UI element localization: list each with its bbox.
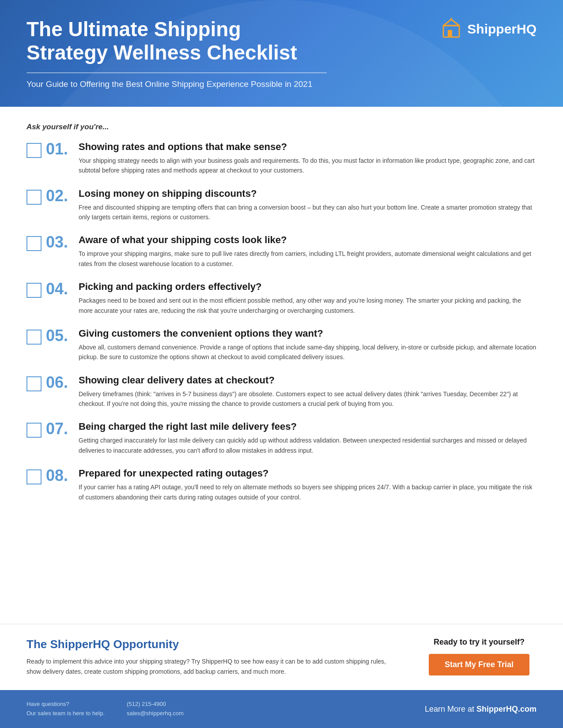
item-content-8: Prepared for unexpected rating outages? … [79, 468, 537, 502]
opportunity-right: Ready to try it yourself? Start My Free … [422, 638, 537, 675]
item-desc-1: Your shipping strategy needs to align wi… [79, 156, 537, 176]
item-content-5: Giving customers the convenient options … [79, 328, 537, 362]
footer-contact: Have questions? Our sales team is here t… [26, 700, 184, 718]
footer: Have questions? Our sales team is here t… [0, 690, 563, 728]
logo-text: ShipperHQ [467, 22, 537, 37]
item-desc-2: Free and discounted shipping are temptin… [79, 203, 537, 222]
item-number-2: 02. [46, 188, 73, 204]
footer-email: sales@shipperhq.com [127, 709, 184, 718]
svg-rect-1 [448, 30, 452, 37]
header: The Ultimate Shipping Strategy Wellness … [0, 0, 563, 107]
ask-label: Ask yourself if you're... [26, 123, 537, 131]
checkbox-6[interactable] [26, 376, 42, 391]
opportunity-desc: Ready to implement this advice into your… [26, 657, 395, 677]
footer-learn-brand: ShipperHQ.com [476, 705, 537, 713]
checklist-item: 04. Picking and packing orders effective… [26, 281, 537, 315]
item-content-6: Showing clear delivery dates at checkout… [79, 375, 537, 409]
item-heading-4: Picking and packing orders effectively? [79, 281, 537, 293]
footer-contact-line2: Our sales team is here to help. [26, 709, 105, 718]
checkbox-8[interactable] [26, 469, 42, 484]
checkbox-4[interactable] [26, 283, 42, 298]
main-content: Ask yourself if you're... 01. Showing ra… [0, 107, 563, 624]
checklist-item: 03. Aware of what your shipping costs lo… [26, 234, 537, 269]
item-desc-4: Packages need to be boxed and sent out i… [79, 296, 537, 315]
item-number-1: 01. [46, 141, 73, 157]
item-heading-5: Giving customers the convenient options … [79, 328, 537, 339]
item-desc-8: If your carrier has a rating API outage,… [79, 482, 537, 502]
svg-rect-0 [443, 26, 459, 37]
cta-label: Ready to try it yourself? [434, 638, 525, 647]
item-number-6: 06. [46, 375, 73, 390]
footer-learn-text: Learn More at ShipperHQ.com [425, 705, 537, 713]
item-desc-3: To improve your shipping margins, make s… [79, 249, 537, 269]
header-title-block: The Ultimate Shipping Strategy Wellness … [26, 18, 327, 89]
footer-learn-prefix: Learn More at [425, 705, 476, 713]
item-content-4: Picking and packing orders effectively? … [79, 281, 537, 315]
item-heading-8: Prepared for unexpected rating outages? [79, 468, 537, 479]
checkbox-2[interactable] [26, 190, 42, 205]
item-number-8: 08. [46, 468, 73, 484]
checkbox-1[interactable] [26, 143, 42, 158]
item-number-4: 04. [46, 281, 73, 297]
item-desc-5: Above all, customers demand convenience.… [79, 342, 537, 362]
header-inner: The Ultimate Shipping Strategy Wellness … [26, 18, 537, 89]
item-heading-2: Losing money on shipping discounts? [79, 188, 537, 199]
opportunity-title: The ShipperHQ Opportunity [26, 638, 395, 651]
checklist-item: 01. Showing rates and options that make … [26, 141, 537, 176]
checklist-item: 05. Giving customers the convenient opti… [26, 328, 537, 362]
shipperhq-logo-icon [440, 18, 463, 41]
item-number-7: 07. [46, 421, 73, 437]
start-trial-button[interactable]: Start My Free Trial [429, 654, 529, 675]
header-subtitle: Your Guide to Offering the Best Online S… [26, 79, 327, 89]
item-heading-3: Aware of what your shipping costs look l… [79, 234, 537, 246]
opportunity-left: The ShipperHQ Opportunity Ready to imple… [26, 638, 395, 677]
item-desc-6: Delivery timeframes (think: "arrives in … [79, 389, 537, 409]
checklist-container: 01. Showing rates and options that make … [26, 141, 537, 502]
checklist-item: 08. Prepared for unexpected rating outag… [26, 468, 537, 502]
item-number-5: 05. [46, 328, 73, 344]
checklist-item: 02. Losing money on shipping discounts? … [26, 188, 537, 222]
footer-contact-line1: Have questions? [26, 700, 105, 709]
checkbox-5[interactable] [26, 330, 42, 345]
page-title: The Ultimate Shipping Strategy Wellness … [26, 18, 327, 64]
item-heading-6: Showing clear delivery dates at checkout… [79, 375, 537, 386]
svg-marker-2 [443, 19, 459, 26]
footer-learn: Learn More at ShipperHQ.com [425, 705, 537, 714]
svg-marker-4 [450, 18, 452, 20]
checklist-item: 07. Being charged the right last mile de… [26, 421, 537, 455]
footer-contact-desc: Have questions? Our sales team is here t… [26, 700, 105, 718]
footer-phone: (512) 215-4900 [127, 700, 184, 709]
item-heading-7: Being charged the right last mile delive… [79, 421, 537, 432]
item-content-2: Losing money on shipping discounts? Free… [79, 188, 537, 222]
checkbox-3[interactable] [26, 236, 42, 251]
item-content-7: Being charged the right last mile delive… [79, 421, 537, 455]
logo-area: ShipperHQ [440, 18, 537, 41]
item-number-3: 03. [46, 234, 73, 250]
item-heading-1: Showing rates and options that make sens… [79, 141, 537, 153]
item-content-3: Aware of what your shipping costs look l… [79, 234, 537, 269]
opportunity-inner: The ShipperHQ Opportunity Ready to imple… [26, 638, 537, 677]
item-desc-7: Getting charged inaccurately for last mi… [79, 435, 537, 455]
item-content-1: Showing rates and options that make sens… [79, 141, 537, 176]
checkbox-7[interactable] [26, 423, 42, 438]
checklist-item: 06. Showing clear delivery dates at chec… [26, 375, 537, 409]
header-divider [26, 72, 327, 73]
opportunity-section: The ShipperHQ Opportunity Ready to imple… [0, 624, 563, 690]
footer-contact-info: (512) 215-4900 sales@shipperhq.com [127, 700, 184, 718]
